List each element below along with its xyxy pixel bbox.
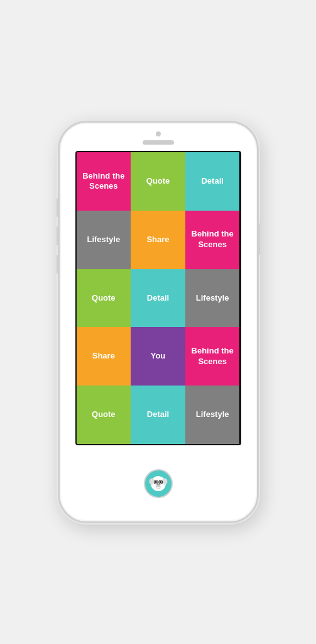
phone-frame: Behind the ScenesQuoteDetailLifestyleSha… (58, 121, 259, 523)
grid-cell-r1c3[interactable]: Detail (185, 152, 240, 211)
side-button-power (258, 223, 260, 255)
svg-point-4 (155, 480, 156, 482)
phone-speaker (143, 140, 174, 145)
svg-point-9 (156, 483, 160, 486)
svg-point-10 (156, 484, 158, 485)
side-button-vol-up (57, 226, 59, 245)
home-button[interactable] (144, 469, 173, 498)
svg-point-12 (156, 486, 160, 488)
grid-cell-r3c2[interactable]: Detail (131, 269, 185, 328)
svg-rect-14 (158, 487, 160, 488)
grid-cell-r5c3[interactable]: Lifestyle (185, 386, 240, 444)
grid-cell-r4c3[interactable]: Behind the Scenes (185, 327, 240, 386)
phone-screen: Behind the ScenesQuoteDetailLifestyleSha… (75, 151, 241, 445)
grid-cell-r1c1[interactable]: Behind the Scenes (77, 152, 131, 211)
svg-rect-13 (156, 487, 158, 488)
front-camera (156, 131, 161, 136)
bulldog-icon (148, 473, 169, 494)
grid-cell-r4c1[interactable]: Share (77, 327, 131, 386)
svg-point-5 (160, 480, 161, 482)
grid-cell-r3c3[interactable]: Lifestyle (185, 269, 240, 328)
side-button-mute (57, 198, 59, 217)
grid-cell-r3c1[interactable]: Quote (77, 269, 131, 328)
grid-cell-r4c2[interactable]: You (131, 327, 185, 386)
grid-cell-r5c2[interactable]: Detail (131, 386, 185, 444)
grid-cell-r2c2[interactable]: Share (131, 211, 185, 269)
grid-cell-r2c1[interactable]: Lifestyle (77, 211, 131, 269)
grid-cell-r1c2[interactable]: Quote (131, 152, 185, 211)
content-grid: Behind the ScenesQuoteDetailLifestyleSha… (77, 152, 240, 444)
grid-cell-r5c1[interactable]: Quote (77, 386, 131, 444)
grid-cell-r2c3[interactable]: Behind the Scenes (185, 211, 240, 269)
phone-bottom-bar (144, 445, 173, 521)
side-button-vol-down (57, 255, 59, 274)
phone-top-bar (60, 123, 257, 151)
svg-point-11 (158, 484, 160, 485)
